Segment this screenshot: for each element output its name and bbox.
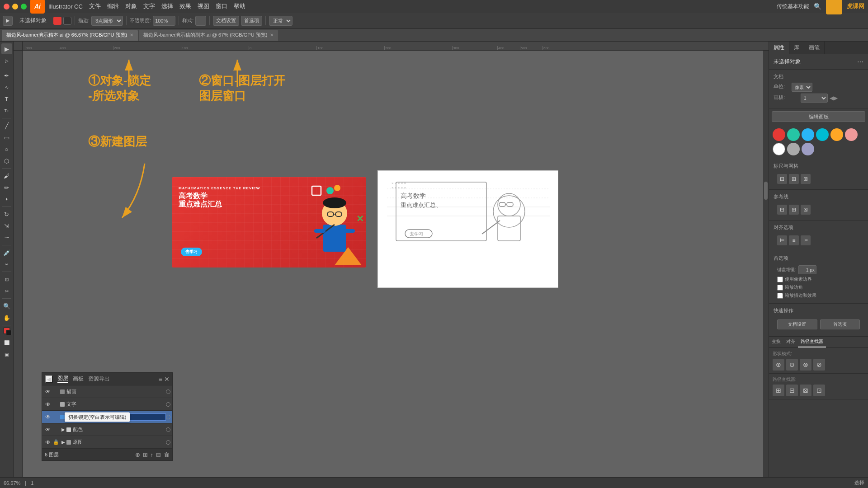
menu-help[interactable]: 帮助 — [234, 2, 245, 10]
tab-align[interactable]: 对齐 — [783, 337, 798, 347]
tool-zoom[interactable]: 🔍 — [1, 300, 12, 311]
tool-line[interactable]: ╱ — [1, 120, 12, 131]
fill-color-display[interactable] — [3, 327, 10, 334]
stroke-color-btn[interactable] — [63, 17, 71, 25]
tool-pencil[interactable]: ✏ — [1, 182, 12, 193]
pf-trim-btn[interactable]: ⊟ — [786, 385, 798, 396]
swatch-teal[interactable] — [787, 128, 800, 141]
menu-edit[interactable]: 编辑 — [107, 2, 119, 10]
stroke-selector[interactable]: 3点圆形 — [91, 16, 123, 26]
layer-row-original[interactable]: 👁 🔒 ▶ 原图 — [42, 436, 172, 449]
rp-tab-brush[interactable]: 画笔 — [804, 42, 825, 54]
layer-lock-original[interactable]: 🔒 — [52, 439, 60, 445]
clear-guides-btn[interactable]: ⊠ — [801, 205, 811, 215]
shape-unite-btn[interactable]: ⊕ — [773, 359, 784, 371]
swatch-orange[interactable] — [830, 128, 843, 141]
layers-tab-layers[interactable]: 图层 — [57, 375, 68, 383]
artboard-arrows[interactable]: ◀▶ — [830, 95, 838, 101]
menu-select[interactable]: 选择 — [161, 2, 173, 10]
menu-illustrator-cc[interactable]: Illustrator CC — [48, 3, 83, 10]
opacity-input[interactable] — [153, 16, 175, 26]
layer-eye-original[interactable]: 👁 — [44, 439, 52, 446]
align-right-btn[interactable]: ⊫ — [801, 235, 811, 245]
tool-slice[interactable]: ✂ — [1, 286, 12, 296]
tool-polygon[interactable]: ⬡ — [1, 155, 12, 166]
close-button[interactable] — [4, 4, 9, 9]
delete-layer-btn[interactable]: 🗑 — [164, 451, 170, 458]
menu-object[interactable]: 对象 — [125, 2, 137, 10]
layer-eye-text[interactable]: 👁 — [44, 401, 52, 408]
tab-main-file[interactable]: 描边风-banner演示精本.ai @ 66.67% (RGB/GPU 预览) … — [2, 30, 138, 41]
swatch-white[interactable] — [773, 143, 785, 155]
tab-copy-close-icon[interactable]: ✕ — [270, 33, 274, 38]
edit-template-btn[interactable]: 编辑画板 — [772, 111, 865, 122]
style-preview[interactable] — [195, 16, 206, 26]
maximize-button[interactable] — [21, 4, 27, 9]
properties-more-icon[interactable]: ⋯ — [857, 58, 863, 66]
snap-grid-btn[interactable]: ⊠ — [801, 174, 811, 184]
tool-pen[interactable]: ✒ — [1, 70, 12, 81]
change-screen-mode[interactable]: ▣ — [1, 349, 12, 360]
menu-window[interactable]: 窗口 — [216, 2, 227, 10]
search-icon[interactable]: 🔍 — [814, 3, 821, 10]
merge-selected-btn[interactable]: ⊟ — [156, 451, 161, 458]
pf-divide-btn[interactable]: ⊞ — [773, 385, 784, 396]
keyboard-nudge-input[interactable] — [798, 265, 816, 274]
pf-merge-btn[interactable]: ⊠ — [800, 385, 811, 396]
layers-tab-export[interactable]: 资源导出 — [88, 375, 110, 383]
preferences-toolbar-btn[interactable]: 首选项 — [241, 16, 262, 26]
artboard-select[interactable]: 1 — [801, 94, 828, 103]
panel-menu-icon[interactable]: ≡ — [159, 375, 162, 383]
layer-expand-colors[interactable]: ▶ — [60, 427, 66, 432]
menu-text[interactable]: 文字 — [143, 2, 155, 10]
tab-path-finder[interactable]: 路径查找器 — [798, 337, 826, 347]
tool-curvature[interactable]: ∿ — [1, 82, 12, 93]
doc-settings-toolbar-btn[interactable]: 文档设置 — [213, 16, 239, 26]
panel-close-icon[interactable]: ✕ — [164, 375, 170, 383]
fill-color-btn[interactable] — [53, 17, 61, 25]
move-selection-btn[interactable]: ↑ — [151, 451, 154, 458]
layer-row-editing[interactable]: 👁 切换锁定(空白表示可编辑) — [42, 411, 172, 423]
tool-direct-select[interactable]: ▷ — [1, 55, 12, 66]
swatch-gray[interactable] — [787, 143, 800, 155]
layer-row-text[interactable]: 👁 文字 — [42, 398, 172, 411]
layer-row-colors[interactable]: 👁 ▶ 配色 — [42, 423, 172, 436]
layer-eye-colors[interactable]: 👁 — [44, 427, 52, 433]
swatch-red[interactable] — [773, 128, 785, 141]
layer-expand-original[interactable]: ▶ — [60, 440, 66, 445]
tab-main-close-icon[interactable]: ✕ — [130, 33, 133, 38]
screen-mode-btn[interactable]: ⬜ — [1, 337, 12, 348]
layer-eye-drawing[interactable]: 👁 — [44, 389, 52, 395]
snap-pixels-checkbox[interactable] — [777, 277, 783, 282]
swatch-pink[interactable] — [845, 128, 858, 141]
tool-blend[interactable]: ∞ — [1, 259, 12, 270]
tool-artboard[interactable]: ⊡ — [1, 274, 12, 285]
tool-eyedropper[interactable]: 💉 — [1, 247, 12, 258]
align-left-btn[interactable]: ⊨ — [777, 235, 787, 245]
layer-eye-editing[interactable]: 👁 — [44, 414, 52, 420]
quick-doc-settings-btn[interactable]: 文档设置 — [777, 319, 817, 329]
tool-scale[interactable]: ⇲ — [1, 221, 12, 231]
tool-warp[interactable]: 〜 — [1, 232, 12, 243]
tool-hand[interactable]: ✋ — [1, 312, 12, 323]
tool-touch-type[interactable]: T↕ — [1, 105, 12, 116]
tool-shaper[interactable]: ✦ — [1, 194, 12, 205]
show-guides-btn[interactable]: ⊟ — [777, 205, 787, 215]
tool-paintbrush[interactable]: 🖌 — [1, 170, 12, 181]
layer-row-drawing[interactable]: 👁 描画 — [42, 385, 172, 398]
round-corners-checkbox[interactable] — [777, 285, 783, 291]
shape-exclude-btn[interactable]: ⊘ — [813, 359, 825, 371]
layers-tab-artboards[interactable]: 画板 — [73, 375, 84, 383]
shape-minus-btn[interactable]: ⊖ — [786, 359, 798, 371]
swatch-lightblue[interactable] — [802, 128, 814, 141]
mode-select[interactable]: 正常 — [269, 16, 292, 26]
lock-guides-btn[interactable]: ⊞ — [789, 205, 799, 215]
show-grid-btn[interactable]: ⊞ — [789, 174, 799, 184]
tool-ellipse[interactable]: ○ — [1, 144, 12, 155]
tab-transform[interactable]: 变换 — [769, 337, 783, 347]
rp-tab-properties[interactable]: 属性 — [769, 42, 789, 54]
selection-tool-btn[interactable]: ▶ — [3, 16, 13, 26]
rp-tab-library[interactable]: 库 — [789, 42, 804, 54]
tool-rotate[interactable]: ↻ — [1, 209, 12, 220]
align-center-btn[interactable]: ≡ — [789, 235, 799, 245]
